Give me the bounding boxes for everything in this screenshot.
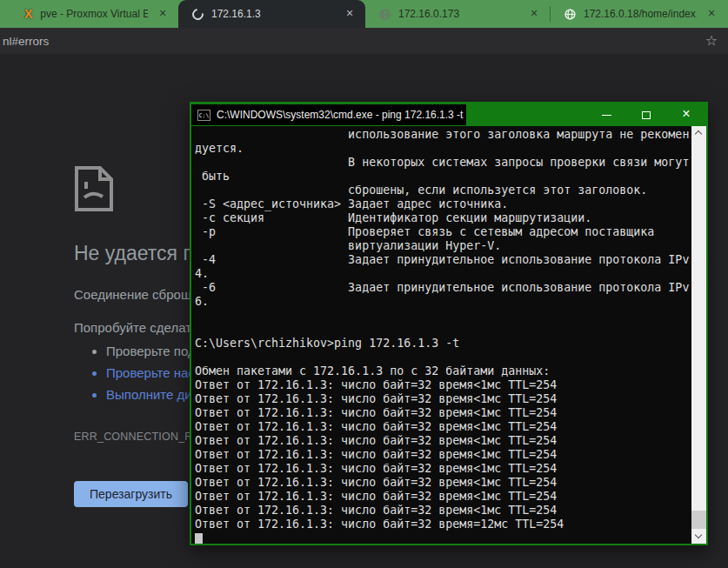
close-icon: × (682, 107, 690, 121)
proxmox-icon: X (24, 8, 32, 20)
url-text[interactable]: nl#errors (3, 35, 705, 48)
minimize-icon (602, 115, 611, 116)
cmd-prompt-icon: C:\ (197, 110, 210, 121)
tab-172-16-0-173[interactable]: 172.16.0.173 × (365, 0, 550, 28)
close-button[interactable]: × (666, 104, 706, 126)
sad-page-icon (74, 165, 114, 212)
reload-button[interactable]: Перезагрузить (74, 481, 188, 507)
cmd-title-area: C:\ C:\WINDOWS\system32\cmd.exe - ping 1… (191, 104, 466, 125)
address-bar[interactable]: nl#errors ☆ (0, 28, 728, 54)
tab-172-16-0-18[interactable]: 172.16.0.18/home/index.html × (551, 0, 727, 28)
terminal-output: использование этого заголовка маршрута н… (195, 128, 689, 531)
window-controls: × (586, 104, 706, 126)
scrollbar-thumb[interactable] (691, 511, 706, 529)
close-icon[interactable]: × (343, 7, 357, 21)
globe-icon (379, 9, 391, 20)
tab-title: 172.16.1.3 (211, 8, 335, 20)
close-icon[interactable]: × (705, 7, 718, 21)
maximize-icon (642, 111, 651, 119)
close-icon[interactable]: × (527, 7, 541, 21)
tab-title: 172.16.0.18/home/index.html (584, 8, 697, 20)
tab-strip: X pve - Proxmox Virtual Envir × 172.16.1… (0, 0, 728, 28)
scroll-up-button[interactable] (691, 126, 706, 141)
chevron-up-icon (694, 130, 701, 137)
cmd-titlebar[interactable]: C:\ C:\WINDOWS\system32\cmd.exe - ping 1… (191, 104, 706, 126)
scroll-down-button[interactable] (691, 529, 706, 544)
chevron-down-icon (694, 531, 701, 538)
tab-title: 172.16.0.173 (398, 8, 519, 20)
tab-proxmox[interactable]: X pve - Proxmox Virtual Envir × (0, 0, 178, 28)
close-icon[interactable]: × (156, 7, 170, 21)
cmd-window: C:\ C:\WINDOWS\system32\cmd.exe - ping 1… (190, 102, 708, 545)
bookmark-star-icon[interactable]: ☆ (705, 34, 718, 48)
cmd-console: использование этого заголовка маршрута н… (191, 126, 706, 544)
cmd-window-title: C:\WINDOWS\system32\cmd.exe - ping 172.1… (217, 109, 463, 121)
minimize-button[interactable] (586, 104, 626, 126)
tab-172-16-1-3-active[interactable]: 172.16.1.3 × (178, 0, 365, 28)
tab-title: pve - Proxmox Virtual Envir (40, 8, 148, 20)
terminal-cursor (195, 533, 203, 544)
loading-spinner-icon (190, 6, 205, 22)
maximize-button[interactable] (626, 104, 666, 126)
globe-icon (564, 9, 576, 20)
cmd-scrollbar[interactable] (691, 126, 706, 544)
